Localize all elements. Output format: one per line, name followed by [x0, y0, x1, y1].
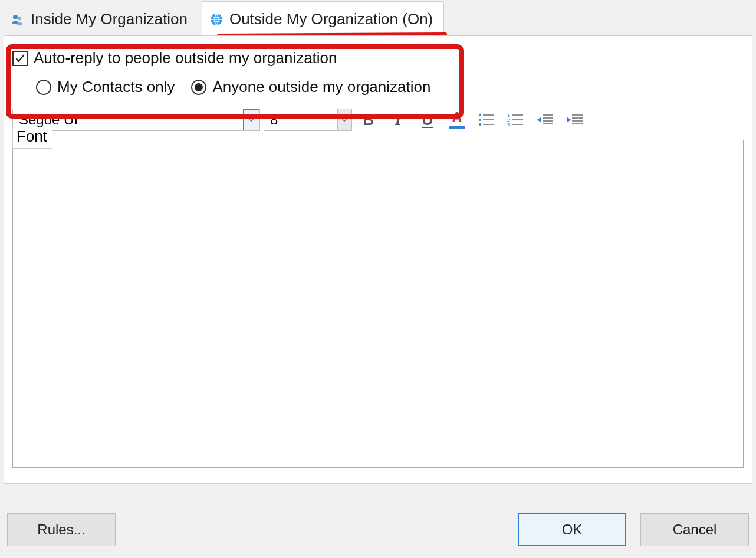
dialog-footer: Rules... OK Cancel [0, 508, 756, 558]
svg-point-1 [18, 16, 21, 19]
svg-rect-22 [572, 123, 583, 124]
svg-rect-4 [483, 114, 494, 116]
numbered-list-button[interactable]: 1 2 3 [503, 109, 529, 130]
svg-point-7 [479, 123, 481, 126]
numbered-list-icon: 1 2 3 [507, 112, 525, 127]
bulleted-list-icon [478, 112, 495, 127]
radio-contacts-label: My Contacts only [57, 78, 175, 96]
svg-rect-16 [543, 117, 553, 119]
globe-icon [209, 13, 223, 26]
svg-rect-21 [572, 120, 583, 122]
svg-rect-15 [543, 114, 553, 116]
tab-content-panel: Auto-reply to people outside my organiza… [4, 35, 752, 484]
svg-rect-17 [543, 120, 553, 122]
tab-inside-org[interactable]: Inside My Organization [4, 2, 198, 35]
svg-point-5 [479, 119, 481, 121]
bold-glyph: B [363, 111, 374, 129]
radio-anyone-label: Anyone outside my organization [212, 78, 430, 96]
underline-glyph: U [422, 111, 433, 129]
svg-rect-10 [512, 114, 523, 116]
font-color-button[interactable]: A [444, 109, 470, 130]
svg-rect-18 [543, 123, 553, 124]
bold-button[interactable]: B [356, 109, 382, 130]
font-family-dropdown-button[interactable] [243, 109, 259, 130]
chevron-down-icon [247, 116, 255, 124]
tab-outside-label: Outside My Organization (On) [229, 10, 433, 28]
font-tooltip: Font [12, 127, 52, 149]
people-icon [11, 13, 25, 26]
tab-outside-org[interactable]: Outside My Organization (On) [202, 1, 444, 35]
rules-label: Rules... [37, 521, 85, 538]
increase-indent-button[interactable] [562, 109, 588, 130]
underline-button[interactable]: U [415, 109, 441, 130]
ok-label: OK [562, 521, 583, 538]
svg-point-0 [13, 15, 18, 19]
ok-button[interactable]: OK [518, 513, 626, 546]
font-color-glyph: A [452, 110, 462, 124]
font-size-input[interactable] [264, 109, 337, 130]
radio-circle-icon [191, 80, 206, 95]
message-editor[interactable] [12, 140, 744, 468]
svg-rect-8 [483, 124, 494, 125]
auto-reply-checkbox-row: Auto-reply to people outside my organiza… [4, 36, 752, 72]
svg-rect-6 [483, 119, 494, 120]
decrease-indent-button[interactable] [533, 109, 558, 130]
chevron-down-icon [340, 116, 349, 124]
font-color-swatch [449, 126, 465, 129]
svg-rect-20 [572, 117, 583, 119]
italic-button[interactable]: I [385, 109, 411, 130]
auto-reply-label: Auto-reply to people outside my organiza… [34, 49, 337, 67]
svg-point-3 [479, 114, 481, 116]
rules-button[interactable]: Rules... [7, 513, 116, 546]
audience-radio-group: My Contacts only Anyone outside my organ… [4, 72, 752, 107]
font-size-dropdown-button[interactable] [337, 109, 351, 130]
auto-reply-checkbox[interactable] [12, 51, 28, 66]
format-toolbar: B I U A 1 2 3 [4, 107, 752, 133]
bulleted-list-button[interactable] [474, 109, 499, 130]
tabs-bar: Inside My Organization Outside My Organi… [0, 0, 756, 35]
radio-contacts-only[interactable]: My Contacts only [36, 78, 175, 96]
italic-glyph: I [395, 110, 402, 129]
svg-rect-19 [572, 114, 583, 116]
decrease-indent-icon [537, 112, 554, 127]
svg-rect-12 [512, 119, 523, 120]
font-size-combo[interactable] [264, 109, 352, 131]
radio-circle-icon [36, 80, 51, 95]
increase-indent-icon [566, 112, 584, 127]
radio-anyone-outside[interactable]: Anyone outside my organization [191, 78, 430, 96]
tab-inside-label: Inside My Organization [31, 10, 188, 28]
svg-text:3: 3 [507, 122, 510, 127]
cancel-label: Cancel [673, 521, 717, 538]
cancel-button[interactable]: Cancel [640, 513, 749, 546]
svg-rect-14 [512, 124, 523, 125]
